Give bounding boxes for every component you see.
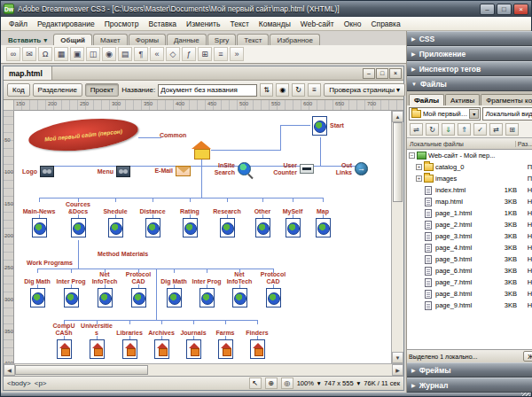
close-button[interactable]: × xyxy=(513,4,528,15)
insert-tab-forms[interactable]: Формы xyxy=(129,34,166,45)
insert-tab-common[interactable]: Общий xyxy=(53,34,92,45)
panel-files-header[interactable]: ▼ Файлы ≡ xyxy=(407,76,532,91)
table-row[interactable]: page_7.html 3KB HTM... xyxy=(407,276,532,288)
tab-snippets[interactable]: Фрагменты кода xyxy=(481,94,532,105)
tree-expand-icon[interactable]: + xyxy=(416,175,422,182)
date-icon[interactable]: ▤ xyxy=(118,47,132,61)
insert-tab-favorites[interactable]: Избранное xyxy=(270,34,320,45)
sitemap-page-node[interactable]: Main-News xyxy=(18,201,60,237)
put-files-icon[interactable]: ⇑ xyxy=(458,123,471,136)
table-row[interactable]: page_5.html 3KB HTM... xyxy=(407,253,532,265)
sitemap-node-logo[interactable]: Logo xyxy=(16,166,54,177)
maximize-button[interactable]: □ xyxy=(497,4,512,15)
view-select[interactable]: Локальный вид ▾ xyxy=(482,107,532,121)
sitemap-page-node[interactable]: Distance xyxy=(131,201,174,237)
minimize-button[interactable]: – xyxy=(480,4,495,15)
site-select[interactable]: Мой первый сайт ▾ xyxy=(409,107,481,121)
insert-tab-text[interactable]: Текст xyxy=(237,34,269,45)
sitemap-work-node[interactable]: Net InfoTech xyxy=(88,272,121,307)
sitemap-resource-node[interactable]: Journals xyxy=(177,323,209,359)
vertical-scrollbar[interactable]: ▲ ▼ xyxy=(391,111,403,363)
column-local-files[interactable]: Локальные файлы xyxy=(407,141,516,147)
scrollbar-thumb[interactable] xyxy=(393,122,403,202)
sitemap-node-user-counter[interactable]: User Counter xyxy=(268,162,314,175)
file-management-icon[interactable]: ⇅ xyxy=(260,83,273,97)
sitemap-work-node[interactable]: Dig Math xyxy=(20,272,54,307)
tag-selector-p[interactable]: <p> xyxy=(35,379,47,387)
refresh-icon[interactable]: ↻ xyxy=(292,83,305,97)
preview-browser-icon[interactable]: ◉ xyxy=(276,83,289,97)
root-node-label[interactable]: Common xyxy=(160,132,186,139)
table-row[interactable]: page_4.html 3KB HTM... xyxy=(407,242,532,253)
panel-frames[interactable]: ▶ Фреймы xyxy=(407,362,532,378)
select-tool-icon[interactable]: ↖ xyxy=(249,378,262,389)
table-row[interactable]: index.html 1KB HTM... xyxy=(407,184,532,196)
insert-div-icon[interactable]: ▣ xyxy=(70,47,84,61)
hyperlink-icon[interactable]: ∞ xyxy=(6,47,20,61)
doc-close-button[interactable]: × xyxy=(389,68,402,79)
sitemap-resource-node[interactable]: CompU CASh xyxy=(48,323,80,359)
table-row[interactable]: page_3.html 3KB HTM... xyxy=(407,230,532,242)
menu-modify[interactable]: Изменить xyxy=(182,19,224,29)
table-row[interactable]: − Web-сайт - Мой пер... xyxy=(407,150,532,161)
scroll-down-icon[interactable]: ▼ xyxy=(392,352,403,363)
panel-history[interactable]: ▶ Журнал xyxy=(407,378,532,393)
image-icon[interactable]: ◫ xyxy=(86,47,100,61)
tree-collapse-icon[interactable]: − xyxy=(409,152,415,159)
sitemap-work-node[interactable]: Protocol CAD xyxy=(121,272,155,307)
scroll-left-icon[interactable]: ◀ xyxy=(4,364,15,376)
head-icon[interactable]: ◇ xyxy=(166,47,180,61)
table-icon[interactable]: ▦ xyxy=(54,47,68,61)
tab-assets[interactable]: Активы xyxy=(445,94,480,105)
menu-window[interactable]: Окно xyxy=(340,19,366,29)
sitemap-node-email[interactable]: E-Mail xyxy=(149,166,191,176)
scroll-right-icon[interactable]: ▶ xyxy=(392,364,403,376)
email-link-icon[interactable]: ✉ xyxy=(22,47,36,61)
scroll-up-icon[interactable]: ▲ xyxy=(392,111,403,122)
menu-commands[interactable]: Команды xyxy=(254,19,295,29)
menu-edit[interactable]: Редактирование xyxy=(33,19,99,29)
doc-maximize-button[interactable]: □ xyxy=(376,68,388,79)
more-icon[interactable]: » xyxy=(230,47,244,61)
sitemap-node-menu[interactable]: Menu xyxy=(92,166,130,177)
tab-files[interactable]: Файлы xyxy=(409,94,444,105)
hand-tool-icon[interactable]: ⊕ xyxy=(265,378,278,389)
insert-tab-data[interactable]: Данные xyxy=(167,34,207,45)
scrollbar-thumb[interactable] xyxy=(15,365,148,375)
connect-icon[interactable]: ⇌ xyxy=(410,123,423,136)
insert-tab-spry[interactable]: Spry xyxy=(207,34,236,45)
sitemap-resource-node[interactable]: Libraries xyxy=(113,323,145,359)
table-row[interactable]: map.html 3KB HTM... xyxy=(407,196,532,207)
menu-view[interactable]: Просмотр xyxy=(100,19,144,29)
sitemap-page-node[interactable]: Map xyxy=(301,201,344,237)
server-include-icon[interactable]: ¶ xyxy=(134,47,148,61)
log-button[interactable]: Журнал xyxy=(523,351,532,362)
insert-tab-layout[interactable]: Макет xyxy=(93,34,128,45)
comment-icon[interactable]: « xyxy=(150,47,164,61)
window-size[interactable]: 747 x 555 xyxy=(325,379,354,387)
refresh-icon[interactable]: ↻ xyxy=(426,123,439,136)
expand-icon[interactable]: ⊞ xyxy=(505,123,519,136)
sitemap-resource-node[interactable]: Universities xyxy=(81,323,113,359)
sitemap-work-node[interactable]: Dig Math xyxy=(157,272,191,307)
named-anchor-icon[interactable]: Ω xyxy=(38,47,52,61)
sitemap-resource-node[interactable]: Finders xyxy=(241,323,273,359)
design-canvas[interactable]: Мой первый сайт (персон) Common Start Lo… xyxy=(14,111,391,363)
zoom-tool-icon[interactable]: ◎ xyxy=(281,378,293,389)
insert-menu[interactable]: Вставить▾ xyxy=(3,35,52,45)
panel-application[interactable]: ▶ Приложение xyxy=(407,46,532,61)
checkin-icon[interactable]: ⇄ xyxy=(489,123,503,136)
sitemap-node-start[interactable]: Start xyxy=(312,116,344,136)
menu-insert[interactable]: Вставка xyxy=(145,19,182,29)
doc-minimize-button[interactable]: – xyxy=(363,68,375,79)
menu-file[interactable]: Файл xyxy=(4,19,32,29)
check-page-button[interactable]: Проверка страницы▾ xyxy=(324,83,405,97)
table-row[interactable]: page_9.html 3KB HTM... xyxy=(407,300,532,311)
table-row[interactable]: page_6.html 3KB HTM... xyxy=(407,265,532,276)
menu-text[interactable]: Текст xyxy=(225,19,253,29)
sitemap-page-node[interactable]: Cources &Docs xyxy=(57,201,99,237)
panel-tag-inspector[interactable]: ▶ Инспектор тегов xyxy=(407,61,532,76)
sitemap-page-node[interactable]: Rating xyxy=(168,201,211,237)
sitemap-resource-node[interactable]: Archives xyxy=(145,323,177,359)
resize-grip[interactable] xyxy=(521,393,530,396)
